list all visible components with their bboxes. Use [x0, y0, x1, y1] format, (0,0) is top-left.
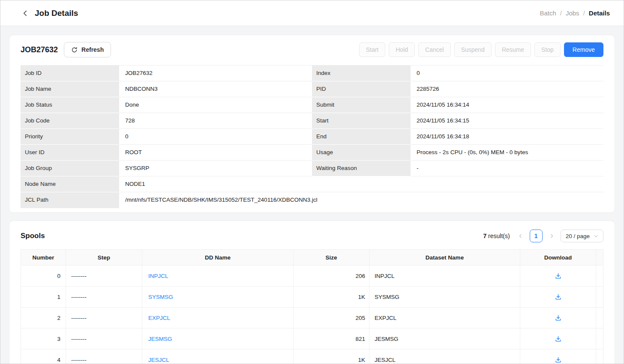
spool-number: 0: [21, 266, 66, 286]
spools-title: Spools: [21, 232, 45, 240]
spool-number: 2: [21, 307, 66, 328]
dd-name-link[interactable]: JESMSG: [148, 336, 172, 342]
result-count-suffix: result(s): [486, 233, 510, 239]
chevron-right-icon: [549, 234, 554, 238]
spool-dataset-name: INPJCL: [369, 266, 520, 286]
field-value: 0: [119, 129, 312, 145]
spool-filler-cell: [596, 328, 603, 349]
field-label: JCL Path: [21, 192, 119, 208]
spool-download-cell: [520, 349, 596, 364]
field-value: -: [411, 161, 603, 176]
resume-button[interactable]: Resume: [495, 42, 531, 57]
field-label: Job ID: [21, 66, 119, 81]
page-title: Job Details: [35, 9, 78, 18]
detail-row: Node Name NODE1: [21, 176, 603, 192]
spool-dd-name-cell: SYSMSG: [142, 286, 294, 307]
column-header-number: Number: [21, 250, 66, 266]
spool-dd-name-cell: EXPJCL: [142, 307, 294, 328]
page-size-label: 20 / page: [566, 233, 590, 239]
download-icon[interactable]: [555, 273, 561, 279]
spool-row: 4 -------- JESJCL 1K JESJCL: [21, 349, 603, 364]
refresh-button[interactable]: Refresh: [64, 42, 111, 57]
field-label: Waiting Reason: [312, 161, 411, 176]
spool-number: 1: [21, 286, 66, 307]
download-icon[interactable]: [555, 336, 561, 342]
download-icon[interactable]: [555, 315, 561, 321]
breadcrumb-jobs[interactable]: Jobs: [566, 9, 579, 17]
spool-dd-name-cell: JESJCL: [142, 349, 294, 364]
dd-name-link[interactable]: JESJCL: [148, 357, 169, 363]
spools-card: Spools 7 result(s) 1 20 / page: [9, 221, 615, 364]
job-detail-full-rows: Node Name NODE1 JCL Path /mnt/nfs/TESTCA…: [21, 176, 603, 208]
field-value: Process - 2s CPU - (0s, 0%) MEM - 0 byte…: [411, 145, 603, 161]
chevron-down-icon: [594, 234, 598, 239]
page-size-select[interactable]: 20 / page: [561, 230, 603, 242]
dd-name-link[interactable]: SYSMSG: [148, 294, 173, 300]
remove-button[interactable]: Remove: [564, 42, 603, 57]
cancel-button[interactable]: Cancel: [418, 42, 451, 57]
column-header-step: Step: [66, 250, 142, 266]
hold-button[interactable]: Hold: [389, 42, 415, 57]
job-actions: Start Hold Cancel Suspend Resume Stop Re…: [359, 42, 603, 57]
field-value: JOB27632: [119, 66, 312, 81]
field-label: User ID: [21, 145, 119, 161]
spool-step: --------: [66, 286, 142, 307]
spool-row: 1 -------- SYSMSG 1K SYSMSG: [21, 286, 603, 307]
field-label: Submit: [312, 97, 411, 113]
spool-row: 0 -------- INPJCL 206 INPJCL: [21, 266, 603, 286]
back-button[interactable]: [20, 8, 30, 18]
start-button[interactable]: Start: [359, 42, 386, 57]
job-card-header: JOB27632 Refresh Start Hold Cancel Suspe…: [21, 42, 603, 57]
field-label: End: [312, 129, 411, 145]
detail-row: Job Group SYSGRP Waiting Reason -: [21, 161, 603, 176]
field-value: 2024/11/05 16:34:14: [411, 97, 603, 113]
refresh-icon: [71, 47, 78, 53]
spool-filler-cell: [596, 307, 603, 328]
spool-filler-cell: [596, 286, 603, 307]
detail-row: Job ID JOB27632 Index 0: [21, 66, 603, 81]
spool-size: 821: [294, 328, 369, 349]
field-value: ROOT: [119, 145, 312, 161]
breadcrumb: Batch / Jobs / Details: [540, 9, 610, 17]
spools-table-header: Number Step DD Name Size Dataset Name Do…: [21, 250, 603, 266]
job-detail-card: JOB27632 Refresh Start Hold Cancel Suspe…: [9, 35, 615, 213]
job-details-page: Job Details Batch / Jobs / Details JOB27…: [0, 0, 624, 364]
pagination-page-1[interactable]: 1: [530, 230, 543, 242]
download-icon[interactable]: [555, 357, 561, 363]
stop-button[interactable]: Stop: [534, 42, 561, 57]
field-value: Done: [119, 97, 312, 113]
breadcrumb-batch[interactable]: Batch: [540, 9, 556, 17]
spool-step: --------: [66, 349, 142, 364]
field-label: PID: [312, 81, 411, 97]
field-value: NODE1: [119, 176, 603, 192]
pagination-next-button[interactable]: [547, 230, 556, 242]
dd-name-link[interactable]: EXPJCL: [148, 315, 170, 321]
spool-dataset-name: JESMSG: [369, 328, 520, 349]
spool-step: --------: [66, 307, 142, 328]
column-header-download: Download: [520, 250, 596, 266]
spool-download-cell: [520, 266, 596, 286]
field-label: Priority: [21, 129, 119, 145]
refresh-label: Refresh: [81, 46, 104, 53]
pagination-prev-button[interactable]: [516, 230, 525, 242]
job-detail-table: Job ID JOB27632 Index 0 Job Name NDBCONN…: [21, 65, 603, 208]
field-label: Job Group: [21, 161, 119, 176]
detail-row: User ID ROOT Usage Process - 2s CPU - (0…: [21, 145, 603, 161]
spool-size: 1K: [294, 349, 369, 364]
spool-dataset-name: SYSMSG: [369, 286, 520, 307]
spool-dataset-name: EXPJCL: [369, 307, 520, 328]
column-header-filler: [596, 250, 603, 266]
spool-filler-cell: [596, 266, 603, 286]
spools-table: Number Step DD Name Size Dataset Name Do…: [21, 249, 603, 364]
column-header-size: Size: [294, 250, 369, 266]
suspend-button[interactable]: Suspend: [454, 42, 492, 57]
field-value: 728: [119, 113, 312, 129]
field-value: 2024/11/05 16:34:18: [411, 129, 603, 145]
detail-row: Job Code 728 Start 2024/11/05 16:34:15: [21, 113, 603, 129]
breadcrumb-details: Details: [589, 9, 610, 17]
dd-name-link[interactable]: INPJCL: [148, 273, 168, 279]
field-value: /mnt/nfs/TESTCASE/NDB/SHK/IMS/315052/TES…: [119, 192, 603, 208]
field-label: Start: [312, 113, 411, 129]
download-icon[interactable]: [555, 294, 561, 300]
top-bar: Job Details Batch / Jobs / Details: [0, 0, 624, 26]
